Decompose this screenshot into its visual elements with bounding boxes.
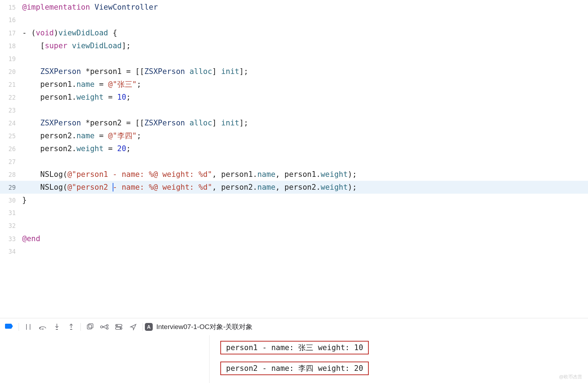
token-plain: ]	[212, 116, 221, 129]
token-method: init	[221, 116, 239, 129]
token-punct: )	[54, 26, 59, 39]
token-type: ZSXPerson	[40, 116, 81, 129]
line-number: 30	[0, 194, 22, 207]
code-content[interactable]	[22, 104, 588, 116]
code-line[interactable]: 22 person1.weight = 10;	[0, 91, 588, 104]
code-line[interactable]: 20 ZSXPerson *person1 = [[ZSXPerson allo…	[0, 65, 588, 78]
token-string: @"张三"	[108, 78, 137, 91]
token-plain	[22, 65, 40, 78]
code-content[interactable]: ZSXPerson *person1 = [[ZSXPerson alloc] …	[22, 65, 588, 78]
code-line[interactable]: 33@end	[0, 232, 588, 245]
code-line[interactable]: 18 [super viewDidLoad];	[0, 39, 588, 52]
code-editor[interactable]: 15@implementation ViewController1617- (v…	[0, 0, 588, 318]
token-plain: ;	[126, 142, 131, 155]
token-plain: );	[348, 168, 357, 181]
token-plain: , person2.	[212, 181, 257, 194]
token-plain	[185, 65, 190, 78]
token-plain: person1.	[22, 78, 77, 91]
app-badge-icon: A	[145, 323, 153, 331]
line-number: 23	[0, 104, 22, 117]
token-plain: =	[94, 129, 108, 142]
code-line[interactable]: 17- (void)viewDidLoad {	[0, 26, 588, 39]
token-string: @"李四"	[108, 129, 137, 142]
code-content[interactable]: person2.weight = 20;	[22, 142, 588, 155]
code-line[interactable]: 23	[0, 104, 588, 116]
code-content[interactable]: NSLog(@"person2 - name: %@ weight: %d", …	[22, 181, 588, 194]
code-line[interactable]: 15@implementation ViewController	[0, 1, 588, 14]
token-keyword: super	[45, 39, 67, 52]
token-plain: person1.	[22, 91, 77, 104]
line-number: 29	[0, 181, 22, 194]
token-plain: ];	[239, 116, 248, 129]
code-line[interactable]: 24 ZSXPerson *person2 = [[ZSXPerson allo…	[0, 116, 588, 129]
code-content[interactable]: - (void)viewDidLoad {	[22, 26, 588, 39]
step-into-icon[interactable]	[50, 320, 64, 333]
svg-point-10	[116, 325, 118, 326]
token-plain: , person2.	[275, 181, 320, 194]
debug-bar: A Interview07-1-OC对象-关联对象	[0, 318, 588, 335]
code-content[interactable]: person1.weight = 10;	[22, 91, 588, 104]
code-content[interactable]: [super viewDidLoad];	[22, 39, 588, 52]
code-content[interactable]: @end	[22, 232, 588, 245]
code-content[interactable]: @implementation ViewController	[22, 1, 588, 14]
line-number: 32	[0, 219, 22, 232]
code-line[interactable]: 32	[0, 219, 588, 232]
code-content[interactable]: NSLog(@"person1 - name: %@ weight: %d", …	[22, 168, 588, 181]
token-string: person2	[77, 181, 113, 194]
settings-toggle-icon[interactable]	[112, 320, 126, 333]
code-content[interactable]	[22, 52, 588, 65]
token-prop: weight	[77, 91, 104, 104]
code-line[interactable]: 28 NSLog(@"person1 - name: %@ weight: %d…	[0, 168, 588, 181]
token-plain	[22, 52, 40, 65]
svg-rect-4	[89, 324, 93, 328]
line-number: 28	[0, 168, 22, 181]
code-line[interactable]: 26 person2.weight = 20;	[0, 142, 588, 155]
code-content[interactable]	[22, 155, 588, 168]
token-plain: ];	[122, 39, 131, 52]
location-icon[interactable]	[126, 320, 140, 333]
token-plain: , person1.	[212, 168, 257, 181]
line-number: 33	[0, 233, 22, 245]
code-line[interactable]: 30}	[0, 194, 588, 207]
frames-icon[interactable]	[83, 320, 97, 333]
code-content[interactable]: }	[22, 194, 588, 207]
token-plain: ;	[126, 91, 131, 104]
code-content[interactable]: person2.name = @"李四";	[22, 129, 588, 142]
text-cursor	[113, 183, 113, 192]
code-line[interactable]: 31	[0, 207, 588, 219]
breakpoint-indicator-icon[interactable]	[5, 324, 13, 329]
token-plain: NSLog(	[22, 168, 67, 181]
code-line[interactable]: 19	[0, 52, 588, 65]
code-line[interactable]: 34	[0, 245, 588, 258]
step-out-icon[interactable]	[64, 320, 78, 333]
pause-icon[interactable]	[21, 320, 35, 333]
memory-graph-icon[interactable]	[97, 320, 112, 333]
console-output[interactable]: person1 - name: 张三 weight: 10 person2 - …	[210, 335, 588, 383]
code-line[interactable]: 25 person2.name = @"李四";	[0, 129, 588, 142]
code-line[interactable]: 27	[0, 155, 588, 168]
line-number: 17	[0, 27, 22, 40]
token-method: viewDidLoad	[58, 26, 108, 39]
token-plain: );	[348, 181, 357, 194]
code-line[interactable]: 21 person1.name = @"张三";	[0, 78, 588, 91]
line-number: 24	[0, 117, 22, 130]
token-plain: ;	[137, 78, 141, 91]
divider	[142, 323, 143, 331]
code-content[interactable]: ZSXPerson *person2 = [[ZSXPerson alloc] …	[22, 116, 588, 129]
code-content[interactable]: person1.name = @"张三";	[22, 78, 588, 91]
token-punct: - (	[22, 26, 36, 39]
token-plain: , person1.	[275, 168, 320, 181]
step-over-icon[interactable]	[35, 320, 50, 333]
token-prop: name	[77, 78, 95, 91]
code-line[interactable]: 16	[0, 14, 588, 26]
token-prop: weight	[321, 181, 348, 194]
divider	[19, 323, 19, 331]
token-type: ZSXPerson	[144, 116, 185, 129]
token-prop: weight	[320, 168, 348, 181]
token-method: viewDidLoad	[72, 39, 122, 52]
token-prop: name	[257, 168, 275, 181]
variables-panel[interactable]	[0, 335, 210, 383]
code-line[interactable]: 29 NSLog(@"person2 - name: %@ weight: %d…	[0, 181, 588, 194]
debug-target-label: Interview07-1-OC对象-关联对象	[156, 322, 253, 332]
token-number: 10	[117, 91, 126, 104]
